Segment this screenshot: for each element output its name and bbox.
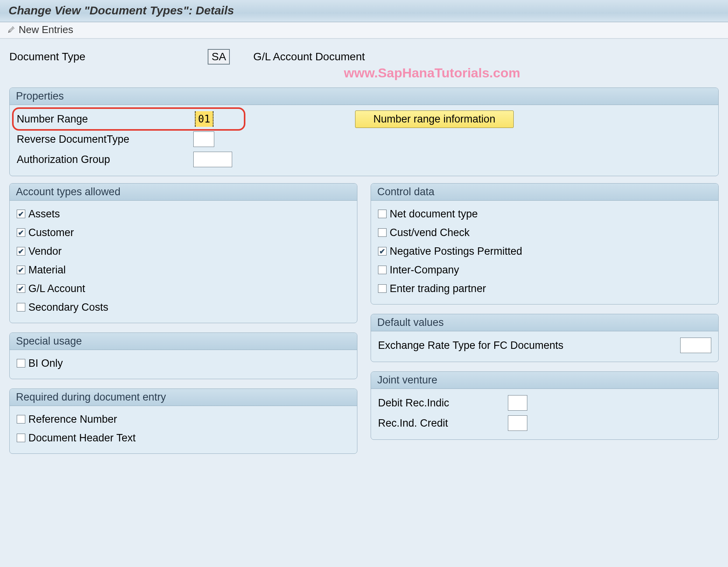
control-data-row: Negative Postings Permitted <box>378 242 711 261</box>
authorization-group-input[interactable] <box>193 152 232 167</box>
rec-ind-credit-label: Rec.Ind. Credit <box>378 417 502 429</box>
control-data-label: Enter trading partner <box>390 283 486 295</box>
content-area: Document Type SA G/L Account Document ww… <box>0 39 728 462</box>
account-type-checkbox[interactable] <box>17 303 25 312</box>
control-data-checkbox[interactable] <box>378 228 387 237</box>
save-icon[interactable] <box>128 25 138 35</box>
account-type-label: Assets <box>28 208 60 220</box>
document-type-row: Document Type SA G/L Account Document <box>6 47 722 67</box>
account-type-label: Customer <box>28 227 74 239</box>
reverse-doc-type-label: Reverse DocumentType <box>17 133 188 145</box>
exchange-rate-label: Exchange Rate Type for FC Documents <box>378 340 564 352</box>
account-type-checkbox[interactable] <box>17 210 25 218</box>
joint-venture-header: Joint venture <box>371 372 718 389</box>
required-entry-header: Required during document entry <box>10 389 357 406</box>
account-type-row: Customer <box>17 223 350 242</box>
toolbar: New Entries <box>0 22 728 39</box>
select-block-icon[interactable] <box>140 25 150 35</box>
required-entry-checkbox[interactable] <box>17 415 25 424</box>
joint-venture-group: Joint venture Debit Rec.Indic Rec.Ind. C… <box>371 371 719 440</box>
account-type-label: Vendor <box>28 245 62 257</box>
copy-as-icon[interactable] <box>90 25 100 35</box>
account-type-checkbox[interactable] <box>17 284 25 293</box>
account-type-row: Assets <box>17 205 350 223</box>
required-entry-row: Document Header Text <box>17 429 350 447</box>
control-data-header: Control data <box>371 184 718 201</box>
rec-ind-credit-input[interactable] <box>508 415 527 431</box>
control-data-label: Cust/vend Check <box>390 227 470 239</box>
document-type-label: Document Type <box>9 51 192 63</box>
account-type-label: Secondary Costs <box>28 301 108 313</box>
document-type-code[interactable]: SA <box>208 49 230 65</box>
special-usage-label: BI Only <box>28 357 63 369</box>
default-values-group: Default values Exchange Rate Type for FC… <box>371 314 719 362</box>
required-entry-checkbox[interactable] <box>17 434 25 442</box>
debit-rec-indic-label: Debit Rec.Indic <box>378 397 502 409</box>
debit-rec-indic-input[interactable] <box>508 395 527 411</box>
control-data-checkbox[interactable] <box>378 266 387 274</box>
account-type-row: G/L Account <box>17 279 350 298</box>
properties-header: Properties <box>10 88 718 105</box>
new-entries-button[interactable]: New Entries <box>19 24 73 36</box>
page-title: Change View "Document Types": Details <box>0 0 728 22</box>
required-entry-label: Document Header Text <box>28 432 136 444</box>
control-data-row: Inter-Company <box>378 261 711 279</box>
control-data-label: Inter-Company <box>390 264 459 276</box>
control-data-checkbox[interactable] <box>378 210 387 218</box>
delimit-icon[interactable] <box>115 25 125 35</box>
number-range-input[interactable] <box>195 111 214 127</box>
reverse-doc-type-input[interactable] <box>193 131 214 147</box>
watermark-text: www.SapHanaTutorials.com <box>6 65 722 80</box>
special-usage-row: BI Only <box>17 354 350 373</box>
control-data-group: Control data Net document typeCust/vend … <box>371 183 719 304</box>
control-data-row: Net document type <box>378 205 711 223</box>
exchange-rate-input[interactable] <box>680 338 711 353</box>
undo-icon[interactable] <box>103 25 113 35</box>
required-entry-group: Required during document entry Reference… <box>9 388 357 454</box>
document-type-description: G/L Account Document <box>253 51 365 63</box>
number-range-label: Number Range <box>17 113 195 125</box>
detail-toggle-icon[interactable] <box>6 25 16 35</box>
account-type-label: Material <box>28 264 66 276</box>
control-data-checkbox[interactable] <box>378 284 387 293</box>
properties-group: Properties Number Range Number range inf… <box>9 88 719 176</box>
authorization-group-label: Authorization Group <box>17 154 188 166</box>
required-entry-label: Reference Number <box>28 413 117 425</box>
account-type-checkbox[interactable] <box>17 247 25 256</box>
number-range-info-button[interactable]: Number range information <box>355 110 514 128</box>
account-type-row: Material <box>17 261 350 279</box>
control-data-checkbox[interactable] <box>378 247 387 256</box>
account-type-row: Secondary Costs <box>17 298 350 317</box>
default-values-header: Default values <box>371 314 718 331</box>
special-usage-group: Special usage BI Only <box>9 332 357 379</box>
control-data-row: Enter trading partner <box>378 279 711 298</box>
control-data-label: Net document type <box>390 208 478 220</box>
required-entry-row: Reference Number <box>17 410 350 429</box>
special-usage-checkbox[interactable] <box>17 359 25 368</box>
copy-icon[interactable] <box>78 25 88 35</box>
account-type-label: G/L Account <box>28 283 85 295</box>
control-data-label: Negative Postings Permitted <box>390 245 522 257</box>
control-data-row: Cust/vend Check <box>378 223 711 242</box>
account-type-checkbox[interactable] <box>17 266 25 274</box>
account-types-header: Account types allowed <box>10 184 357 201</box>
account-types-group: Account types allowed AssetsCustomerVend… <box>9 183 357 323</box>
special-usage-header: Special usage <box>10 333 357 350</box>
account-type-row: Vendor <box>17 242 350 261</box>
account-type-checkbox[interactable] <box>17 228 25 237</box>
